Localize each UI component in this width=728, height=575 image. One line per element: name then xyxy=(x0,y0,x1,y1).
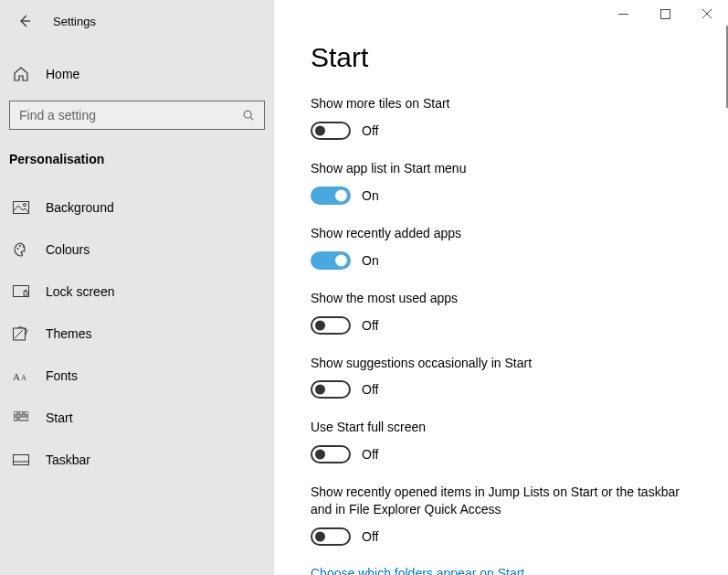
sidebar: Settings Home Personalisation Background xyxy=(0,0,274,575)
toggle-suggestions[interactable] xyxy=(311,380,351,399)
close-button[interactable] xyxy=(686,0,728,27)
toggle-app-list[interactable] xyxy=(311,186,351,205)
setting-more-tiles: Show more tiles on Start Off xyxy=(311,95,706,140)
maximize-button[interactable] xyxy=(644,0,686,27)
setting-most-used: Show the most used apps Off xyxy=(311,290,706,335)
choose-folders-link[interactable]: Choose which folders appear on Start xyxy=(311,566,706,575)
sidebar-item-label: Colours xyxy=(46,242,90,257)
palette-icon xyxy=(13,241,29,258)
toggle-state-text: Off xyxy=(362,382,378,397)
page-title: Start xyxy=(311,42,706,73)
start-tiles-icon xyxy=(13,410,29,426)
category-label: Personalisation xyxy=(0,130,274,176)
back-arrow-icon[interactable] xyxy=(16,13,33,29)
toggle-jump-lists[interactable] xyxy=(311,527,351,546)
svg-rect-3 xyxy=(14,202,29,214)
home-label: Home xyxy=(46,67,79,81)
svg-rect-18 xyxy=(19,417,28,421)
lock-screen-icon xyxy=(13,283,29,300)
main-panel: Start Show more tiles on Start Off Show … xyxy=(274,0,728,575)
svg-text:A: A xyxy=(21,374,26,382)
sidebar-item-label: Start xyxy=(46,410,73,425)
setting-label: Show suggestions occasionally in Start xyxy=(311,355,694,372)
toggle-state-text: Off xyxy=(362,123,378,138)
search-box[interactable] xyxy=(9,101,265,130)
app-title: Settings xyxy=(53,15,96,28)
toggle-state-text: Off xyxy=(362,447,378,462)
setting-label: Use Start full screen xyxy=(311,419,694,436)
toggle-full-screen[interactable] xyxy=(311,445,351,463)
sidebar-item-label: Taskbar xyxy=(46,453,90,467)
sidebar-item-colours[interactable]: Colours xyxy=(0,229,274,271)
svg-point-5 xyxy=(17,248,19,250)
sidebar-item-taskbar[interactable]: Taskbar xyxy=(0,439,274,481)
setting-app-list: Show app list in Start menu On xyxy=(311,160,706,205)
sidebar-item-themes[interactable]: Themes xyxy=(0,313,274,355)
sidebar-item-background[interactable]: Background xyxy=(0,186,274,229)
sidebar-item-start[interactable]: Start xyxy=(0,397,274,439)
search-icon xyxy=(242,109,255,122)
svg-point-4 xyxy=(24,204,26,207)
header-bar: Settings xyxy=(0,5,274,37)
toggle-state-text: On xyxy=(362,188,379,203)
search-container xyxy=(0,93,274,130)
sidebar-item-lock-screen[interactable]: Lock screen xyxy=(0,271,274,313)
svg-rect-16 xyxy=(25,411,28,415)
setting-jump-lists: Show recently opened items in Jump Lists… xyxy=(311,484,706,546)
search-input[interactable] xyxy=(19,108,242,122)
setting-label: Show recently opened items in Jump Lists… xyxy=(311,484,694,518)
sidebar-home[interactable]: Home xyxy=(0,55,274,93)
home-icon xyxy=(13,66,29,82)
setting-label: Show more tiles on Start xyxy=(311,95,694,112)
svg-rect-17 xyxy=(14,417,17,421)
setting-label: Show recently added apps xyxy=(311,225,694,242)
picture-icon xyxy=(13,199,29,216)
toggle-state-text: Off xyxy=(362,318,378,333)
svg-rect-15 xyxy=(19,411,23,415)
setting-label: Show app list in Start menu xyxy=(311,160,694,177)
toggle-state-text: On xyxy=(362,253,379,268)
toggle-state-text: Off xyxy=(362,529,378,544)
svg-rect-22 xyxy=(660,9,670,18)
sidebar-item-label: Fonts xyxy=(46,368,78,383)
sidebar-item-label: Themes xyxy=(46,326,92,341)
fonts-icon: AA xyxy=(13,367,29,384)
setting-recently-added: Show recently added apps On xyxy=(311,225,706,270)
toggle-more-tiles[interactable] xyxy=(311,122,351,140)
svg-rect-14 xyxy=(14,411,17,415)
svg-line-2 xyxy=(251,118,254,121)
minimize-button[interactable] xyxy=(602,0,644,27)
svg-rect-19 xyxy=(14,455,29,465)
svg-point-7 xyxy=(23,246,25,248)
toggle-recently-added[interactable] xyxy=(311,251,351,270)
setting-label: Show the most used apps xyxy=(311,290,694,307)
setting-full-screen: Use Start full screen Off xyxy=(311,419,706,463)
toggle-most-used[interactable] xyxy=(311,316,351,335)
svg-text:A: A xyxy=(13,371,20,382)
setting-suggestions: Show suggestions occasionally in Start O… xyxy=(311,355,706,399)
taskbar-icon xyxy=(13,452,29,468)
svg-point-1 xyxy=(244,111,251,118)
svg-point-6 xyxy=(19,245,21,247)
sidebar-item-fonts[interactable]: AA Fonts xyxy=(0,355,274,397)
nav-list: Background Colours Lock screen Themes AA xyxy=(0,186,274,481)
sidebar-item-label: Lock screen xyxy=(46,284,114,299)
window-controls xyxy=(602,0,728,27)
themes-icon xyxy=(13,325,29,342)
sidebar-item-label: Background xyxy=(46,200,114,215)
svg-rect-9 xyxy=(24,292,27,295)
svg-line-11 xyxy=(15,330,23,338)
